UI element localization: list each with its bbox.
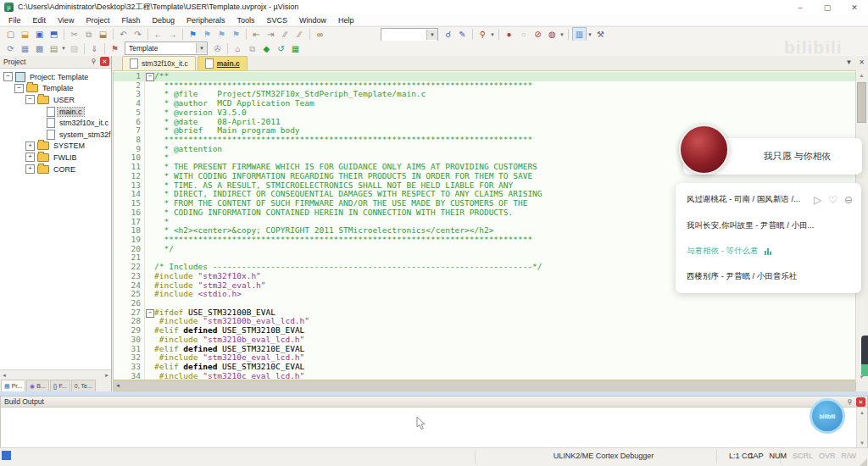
bookmark-clear-icon[interactable]: ⚑: [230, 28, 242, 41]
menu-svcs[interactable]: SVCS: [261, 16, 294, 25]
bookmark-prev-icon[interactable]: ⚑: [201, 28, 214, 41]
paste-icon[interactable]: ⬓: [97, 28, 109, 41]
find-in-files-icon[interactable]: ∞: [314, 28, 326, 41]
find-icon-dropdown[interactable]: ▼: [490, 32, 495, 37]
expander-minus-icon[interactable]: −: [25, 95, 35, 104]
menu-peripherals[interactable]: Peripherals: [181, 16, 231, 25]
song-item[interactable]: 西楼别序 - 尹昔眠 / 小田音乐社: [676, 271, 861, 282]
new-file-icon[interactable]: ▢: [4, 28, 17, 41]
chevron-down-icon[interactable]: ▼: [196, 43, 207, 53]
refresh-icon[interactable]: ↺: [275, 42, 287, 55]
configure-icon[interactable]: ⚒: [594, 28, 607, 41]
close-button[interactable]: ✕: [841, 0, 868, 14]
scrollbar-thumb[interactable]: [857, 82, 866, 123]
uncomment-icon[interactable]: ∕∕: [293, 28, 306, 41]
maximize-button[interactable]: ▢: [814, 0, 841, 14]
expander-minus-icon[interactable]: −: [3, 72, 13, 81]
play-icon[interactable]: ▷: [814, 194, 821, 206]
download-icon[interactable]: ⇓: [88, 42, 101, 55]
bookmark-next-icon[interactable]: ⚑: [215, 28, 228, 41]
save-icon[interactable]: ▣: [33, 28, 46, 41]
redo-icon[interactable]: ↷: [131, 28, 144, 41]
song-item[interactable]: 与君相依 - 等什么君: [676, 246, 861, 257]
manage-rte-icon[interactable]: ⌂: [231, 42, 244, 55]
breakpoint-disabled-icon[interactable]: ○: [517, 28, 530, 41]
build-output-close-icon[interactable]: ✕: [856, 397, 865, 407]
target-select[interactable]: Template▼: [125, 42, 208, 55]
tree-item-fwlib[interactable]: +FWLIB: [0, 152, 111, 164]
copy-icon[interactable]: ⧉: [82, 28, 95, 41]
dislike-icon[interactable]: ⊖: [844, 194, 853, 206]
expander-plus-icon[interactable]: +: [25, 153, 35, 162]
tree-item-main-c[interactable]: main.c: [0, 106, 111, 118]
component-viewer-icon[interactable]: ◆: [260, 42, 273, 55]
breakpoint-enable-all-icon-dropdown[interactable]: ▼: [559, 32, 565, 37]
fold-collapse-icon[interactable]: −: [146, 309, 154, 318]
undo-icon[interactable]: ↶: [117, 28, 130, 41]
pin-icon[interactable]: ⚲: [89, 58, 98, 65]
doc-close-icon[interactable]: ✕: [859, 58, 865, 66]
breakpoint-enable-all-icon[interactable]: ◍: [546, 28, 559, 41]
books-icon[interactable]: ⧉: [246, 42, 259, 55]
books-tab[interactable]: ◉B...: [26, 380, 49, 391]
templates-tab[interactable]: 0,Te...: [71, 380, 96, 391]
indent-icon[interactable]: ⇥: [264, 28, 277, 41]
tree-item-system-stm32f1[interactable]: system_stm32f1: [0, 129, 111, 141]
batch-build-icon[interactable]: ▤: [47, 42, 60, 55]
save-all-icon[interactable]: ⬒: [47, 28, 60, 41]
tree-item-system[interactable]: +SYSTEM: [0, 141, 111, 153]
pack-installer-icon[interactable]: ▦: [289, 42, 302, 55]
doc-list-icon[interactable]: ▼: [845, 58, 852, 66]
project-tab[interactable]: ▦Pr...: [1, 380, 25, 391]
menu-tools[interactable]: Tools: [231, 16, 260, 25]
menu-view[interactable]: View: [52, 16, 80, 25]
tree-item-core[interactable]: +CORE: [0, 164, 111, 175]
like-icon[interactable]: ♡: [828, 194, 837, 206]
expander-plus-icon[interactable]: +: [25, 164, 35, 174]
tree-item-project-template[interactable]: −Project: Template: [0, 71, 111, 83]
bookmark-toggle-icon[interactable]: ⚑: [186, 28, 199, 41]
open-folder-icon[interactable]: ⬓: [19, 28, 31, 41]
project-panel-close-icon[interactable]: ✕: [100, 57, 109, 66]
song-item[interactable]: 风过谢桃花 - 司南 / 国风新语 /...▷♡⊖: [676, 194, 861, 206]
expander-plus-icon[interactable]: +: [25, 141, 35, 151]
song-item[interactable]: 我叫长安,你叫故里 - 尹昔眠 / 小田...: [676, 220, 861, 231]
tree-item-user[interactable]: −USER: [0, 94, 111, 106]
find-next-icon[interactable]: ☌: [442, 28, 454, 41]
album-art[interactable]: [679, 125, 729, 175]
annotation-icon[interactable]: ✎: [456, 28, 469, 41]
find-icon[interactable]: ⚲: [476, 28, 489, 41]
menu-window[interactable]: Window: [293, 16, 332, 25]
rebuild-icon[interactable]: ▩: [33, 42, 46, 55]
editor-hscrollbar[interactable]: ◄: [114, 380, 855, 391]
fold-collapse-icon[interactable]: −: [146, 73, 154, 81]
window-layout-icon[interactable]: ▥: [572, 27, 587, 42]
scroll-left-icon[interactable]: ◄: [2, 373, 7, 378]
chevron-down-icon[interactable]: ▼: [426, 30, 437, 40]
functions-tab[interactable]: {}F...: [50, 380, 70, 391]
minimize-button[interactable]: –: [787, 0, 814, 14]
expander-minus-icon[interactable]: −: [14, 84, 24, 93]
build-output-vscrollbar[interactable]: ▲ ▼: [856, 408, 867, 448]
resize-grip[interactable]: [860, 458, 867, 466]
menu-debug[interactable]: Debug: [146, 16, 181, 25]
navigate-forward-icon[interactable]: →: [166, 28, 179, 41]
pin-icon[interactable]: ⚲: [845, 398, 854, 406]
build-icon[interactable]: ▦: [19, 42, 31, 55]
translate-icon[interactable]: ⟳: [4, 42, 17, 55]
tree-item-template[interactable]: −Template: [0, 83, 111, 95]
tab-main-c[interactable]: main.c: [198, 56, 248, 70]
menu-help[interactable]: Help: [332, 16, 360, 25]
tree-item-stm32f10x-it-c[interactable]: stm32f10x_it.c: [0, 117, 111, 129]
outdent-icon[interactable]: ⇤: [250, 28, 263, 41]
menu-file[interactable]: File: [3, 16, 27, 25]
breakpoint-icon[interactable]: ●: [503, 28, 515, 41]
breakpoint-kill-icon[interactable]: ⊘: [531, 28, 544, 41]
comment-icon[interactable]: ∕∕: [279, 28, 292, 41]
scroll-left-icon[interactable]: ◄: [115, 383, 120, 388]
scroll-right-icon[interactable]: ►: [104, 373, 109, 378]
file-extensions-icon[interactable]: ✇: [211, 42, 224, 55]
scroll-up-icon[interactable]: ▲: [857, 408, 867, 418]
project-hscrollbar[interactable]: ◄ ►: [0, 369, 111, 380]
menu-flash[interactable]: Flash: [115, 16, 146, 25]
